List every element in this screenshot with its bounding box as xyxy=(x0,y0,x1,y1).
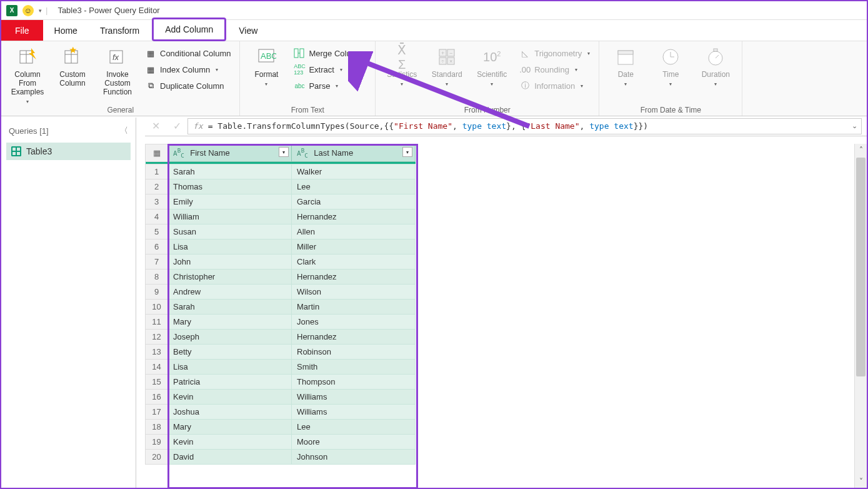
cell[interactable]: Susan xyxy=(168,224,292,239)
cell[interactable]: John xyxy=(168,254,292,269)
cell[interactable]: Lee xyxy=(292,179,416,194)
cell[interactable]: Mary xyxy=(168,419,292,434)
cell[interactable]: Garcia xyxy=(292,194,416,209)
rounding-button[interactable]: .00 Rounding ▾ xyxy=(517,63,592,76)
table-row[interactable]: 9AndrewWilson xyxy=(146,284,416,299)
cell[interactable]: Kevin xyxy=(168,434,292,449)
conditional-column-button[interactable]: ▦ Conditional Column xyxy=(142,46,233,60)
cell[interactable]: Joshua xyxy=(168,404,292,419)
collapse-pane-icon[interactable]: 〈 xyxy=(120,125,128,136)
cell[interactable]: Johnson xyxy=(292,449,416,464)
table-row[interactable]: 10SarahMartin xyxy=(146,299,416,314)
formula-input[interactable]: fx = Table.TransformColumnTypes(Source,{… xyxy=(187,118,862,134)
table-row[interactable]: 16KevinWilliams xyxy=(146,389,416,404)
trigonometry-button[interactable]: ◺ Trigonometry ▾ xyxy=(517,46,592,60)
cell[interactable]: Clark xyxy=(292,254,416,269)
scroll-down-icon[interactable]: ˅ xyxy=(855,475,867,488)
cell[interactable]: Miller xyxy=(292,239,416,254)
cell[interactable]: Robinson xyxy=(292,344,416,359)
column-header-first-name[interactable]: ABC First Name ▾ xyxy=(168,144,292,162)
cell[interactable]: Sarah xyxy=(168,164,292,179)
standard-button[interactable]: +−÷× Standard ▾ xyxy=(427,44,467,87)
table-row[interactable]: 4WilliamHernandez xyxy=(146,209,416,224)
tab-view[interactable]: View xyxy=(227,20,269,41)
table-row[interactable]: 17JoshuaWilliams xyxy=(146,404,416,419)
row-number[interactable]: 9 xyxy=(146,284,168,299)
table-row[interactable]: 13BettyRobinson xyxy=(146,344,416,359)
cell[interactable]: William xyxy=(168,209,292,224)
information-button[interactable]: ⓘ Information ▾ xyxy=(517,79,592,93)
query-item-table3[interactable]: Table3 xyxy=(6,143,131,160)
table-row[interactable]: 14LisaSmith xyxy=(146,359,416,374)
row-number[interactable]: 2 xyxy=(146,179,168,194)
cell[interactable]: Patricia xyxy=(168,374,292,389)
index-column-button[interactable]: ▦ Index Column ▾ xyxy=(142,63,233,76)
tab-file[interactable]: File xyxy=(1,20,43,41)
table-row[interactable]: 19KevinMoore xyxy=(146,434,416,449)
qat-dropdown-icon[interactable]: ▾ xyxy=(39,8,42,14)
tab-transform[interactable]: Transform xyxy=(89,20,151,41)
row-number[interactable]: 5 xyxy=(146,224,168,239)
scientific-button[interactable]: 102 Scientific ▾ xyxy=(472,44,512,87)
cell[interactable]: Moore xyxy=(292,434,416,449)
row-number[interactable]: 20 xyxy=(146,449,168,464)
merge-columns-button[interactable]: Merge Columns xyxy=(291,46,369,60)
cell[interactable]: Christopher xyxy=(168,269,292,284)
table-row[interactable]: 12JosephHernandez xyxy=(146,329,416,344)
cell[interactable]: Wilson xyxy=(292,284,416,299)
custom-column-button[interactable]: Custom Column xyxy=(52,44,92,88)
cell[interactable]: Kevin xyxy=(168,389,292,404)
row-number[interactable]: 4 xyxy=(146,209,168,224)
vertical-scrollbar[interactable]: ˄ ˅ xyxy=(854,144,867,488)
format-button[interactable]: ABC Format ▾ xyxy=(246,44,286,87)
filter-dropdown-icon[interactable]: ▾ xyxy=(279,147,289,157)
row-number[interactable]: 6 xyxy=(146,239,168,254)
time-button[interactable]: Time ▾ xyxy=(651,44,691,87)
table-row[interactable]: 20DavidJohnson xyxy=(146,449,416,464)
parse-button[interactable]: abc Parse ▾ xyxy=(291,79,369,93)
table-row[interactable]: 6LisaMiller xyxy=(146,239,416,254)
cell[interactable]: Thompson xyxy=(292,374,416,389)
cell[interactable]: Martin xyxy=(292,299,416,314)
cell[interactable]: Joseph xyxy=(168,329,292,344)
expand-formula-icon[interactable]: ⌄ xyxy=(852,122,857,130)
cell[interactable]: Thomas xyxy=(168,179,292,194)
accept-formula-button[interactable]: ✓ xyxy=(166,120,187,132)
row-number[interactable]: 8 xyxy=(146,269,168,284)
cell[interactable]: Hernandez xyxy=(292,269,416,284)
row-number[interactable]: 12 xyxy=(146,329,168,344)
table-row[interactable]: 1SarahWalker xyxy=(146,164,416,179)
scroll-thumb[interactable] xyxy=(856,158,866,376)
invoke-custom-function-button[interactable]: fx Invoke Custom Function xyxy=(97,44,137,96)
cell[interactable]: Andrew xyxy=(168,284,292,299)
row-number[interactable]: 10 xyxy=(146,299,168,314)
cell[interactable]: Lee xyxy=(292,419,416,434)
duplicate-column-button[interactable]: ⧉ Duplicate Column xyxy=(142,79,233,93)
statistics-button[interactable]: X̄Σ Statistics ▾ xyxy=(382,44,422,87)
cell[interactable]: Betty xyxy=(168,344,292,359)
column-from-examples-button[interactable]: Column From Examples ▾ xyxy=(7,44,47,104)
row-number[interactable]: 19 xyxy=(146,434,168,449)
row-number[interactable]: 15 xyxy=(146,374,168,389)
row-number[interactable]: 3 xyxy=(146,194,168,209)
cell[interactable]: Lisa xyxy=(168,239,292,254)
cell[interactable]: Williams xyxy=(292,404,416,419)
cell[interactable]: Hernandez xyxy=(292,209,416,224)
table-row[interactable]: 5SusanAllen xyxy=(146,224,416,239)
date-button[interactable]: Date ▾ xyxy=(606,44,646,87)
cell[interactable]: Sarah xyxy=(168,299,292,314)
cell[interactable]: Allen xyxy=(292,224,416,239)
cell[interactable]: Smith xyxy=(292,359,416,374)
row-number[interactable]: 13 xyxy=(146,344,168,359)
filter-dropdown-icon[interactable]: ▾ xyxy=(402,147,412,157)
row-number-header[interactable]: ▦ xyxy=(146,144,168,162)
cell[interactable]: Hernandez xyxy=(292,329,416,344)
table-row[interactable]: 7JohnClark xyxy=(146,254,416,269)
cell[interactable]: Williams xyxy=(292,389,416,404)
scroll-up-icon[interactable]: ˄ xyxy=(855,144,867,156)
table-row[interactable]: 2ThomasLee xyxy=(146,179,416,194)
cell[interactable]: Walker xyxy=(292,164,416,179)
table-row[interactable]: 18MaryLee xyxy=(146,419,416,434)
row-number[interactable]: 11 xyxy=(146,314,168,329)
row-number[interactable]: 17 xyxy=(146,404,168,419)
